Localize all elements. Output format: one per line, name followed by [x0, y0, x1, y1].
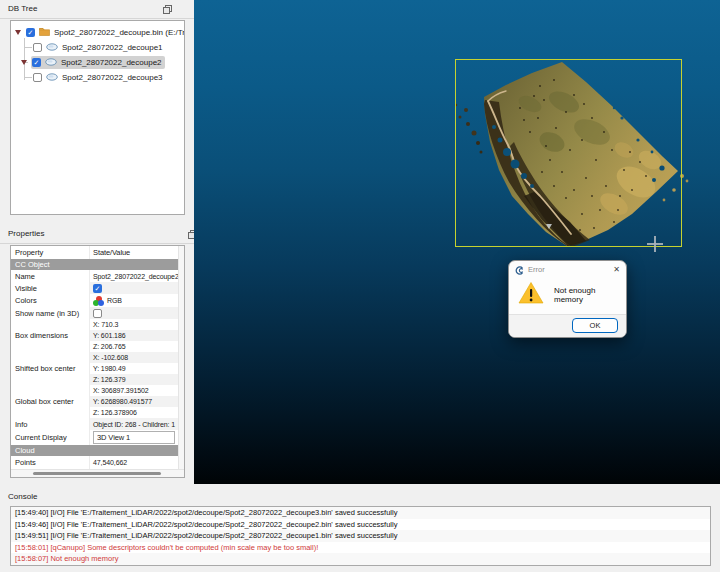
point-cloud-icon: [46, 43, 58, 53]
point-cloud-icon: [46, 73, 58, 83]
error-dialog-footer: OK: [509, 314, 626, 337]
prop-row-info: Info Object ID: 268 - Children: 1: [11, 418, 179, 430]
visibility-checkbox[interactable]: ✓: [32, 58, 41, 67]
cloudcompare-logo-icon: [515, 261, 524, 279]
console-panel-header: Console: [0, 489, 720, 505]
prop-row-box-dimensions: Box dimensions X: 710.3 Y: 601.186 Z: 20…: [11, 319, 179, 352]
db-tree: ✓ Spot2_28072022_decoupe.bin (E:/Trait..…: [10, 20, 185, 215]
show-name-checkbox[interactable]: [93, 309, 102, 318]
tree-row-decoupe1[interactable]: Spot2_28072022_decoupe1: [11, 40, 185, 55]
prop-name-value: Spot2_28072022_decoupe2: [89, 270, 179, 282]
tree-item-label: Spot2_28072022_decoupe.bin (E:/Trait...: [54, 28, 185, 37]
warning-icon: [518, 281, 544, 309]
properties-table: Property State/Value CC Object Name Spot…: [10, 245, 185, 478]
section-cc-object: CC Object: [11, 259, 179, 270]
console-log[interactable]: [15:49:40] [I/O] File 'E:/Traitement_LiD…: [10, 506, 711, 566]
section-cloud: Cloud: [11, 445, 179, 456]
expand-arrow-icon[interactable]: [15, 30, 21, 35]
prop-colors-value: RGB: [107, 297, 122, 304]
expand-arrow-icon[interactable]: [21, 60, 27, 65]
visibility-checkbox[interactable]: [33, 73, 42, 82]
error-dialog: Error ✕ Not enough memory OK: [508, 260, 627, 338]
prop-row-visible: Visible ✓: [11, 282, 179, 294]
ok-button[interactable]: OK: [572, 318, 618, 333]
tree-item-label: Spot2_28072022_decoupe2: [61, 58, 162, 67]
point-cloud-icon: [45, 58, 57, 68]
error-dialog-title: Error: [528, 265, 613, 274]
properties-title: Properties: [8, 229, 44, 238]
properties-horizontal-scrollbar[interactable]: [11, 469, 184, 477]
tree-row-decoupe-bin[interactable]: ✓ Spot2_28072022_decoupe.bin (E:/Trait..…: [11, 25, 185, 40]
console-line: [15:58:07] Not enough memory: [11, 553, 710, 565]
visible-checkbox[interactable]: ✓: [93, 284, 102, 293]
prop-row-name: Name Spot2_28072022_decoupe2: [11, 270, 179, 282]
tree-row-decoupe2[interactable]: ✓ Spot2_28072022_decoupe2: [11, 55, 185, 70]
error-message: Not enough memory: [554, 286, 618, 304]
console-line: [15:49:46] [I/O] File 'E:/Traitement_LiD…: [11, 519, 710, 531]
prop-row-current-display: Current Display 3D View 1: [11, 430, 179, 445]
console-title: Console: [8, 492, 37, 501]
close-icon[interactable]: ✕: [613, 261, 620, 278]
crosshair-icon: [654, 236, 656, 252]
properties-column-headers: Property State/Value: [11, 246, 179, 259]
prop-info-value: Object ID: 268 - Children: 1: [89, 418, 179, 430]
col-property: Property: [11, 246, 89, 259]
visibility-checkbox[interactable]: ✓: [26, 28, 35, 37]
prop-row-shifted-box-center: Shifted box center X: -102.608 Y: 1980.4…: [11, 352, 179, 385]
prop-row-show-name: Show name (in 3D): [11, 307, 179, 319]
visibility-checkbox[interactable]: [33, 43, 42, 52]
prop-points-value: 47,540,662: [89, 456, 179, 468]
console-line: [15:49:40] [I/O] File 'E:/Traitement_LiD…: [11, 507, 710, 519]
prop-row-global-box-center: Global box center X: 306897.391502 Y: 62…: [11, 385, 179, 418]
current-display-select[interactable]: 3D View 1: [93, 431, 175, 444]
selection-bounding-box: [455, 59, 682, 247]
folder-icon: [39, 27, 50, 38]
prop-row-points: Points 47,540,662: [11, 456, 179, 468]
tree-row-decoupe3[interactable]: Spot2_28072022_decoupe3: [11, 70, 185, 85]
tree-item-label: Spot2_28072022_decoupe3: [62, 73, 163, 82]
3d-viewport[interactable]: [194, 0, 720, 484]
col-state-value: State/Value: [89, 246, 179, 259]
prop-row-colors: Colors RGB: [11, 294, 179, 307]
properties-vertical-scrollbar[interactable]: [178, 246, 184, 477]
rgb-icon: [93, 296, 104, 306]
db-tree-panel-header: DB Tree: [0, 0, 202, 19]
properties-panel-header: Properties: [0, 225, 202, 244]
console-line: [15:58:01] [qCanupo] Some descriptors co…: [11, 542, 710, 554]
dock-float-icon[interactable]: [163, 5, 171, 13]
error-dialog-titlebar: Error ✕: [509, 261, 626, 278]
tree-item-label: Spot2_28072022_decoupe1: [62, 43, 163, 52]
console-line: [15:49:51] [I/O] File 'E:/Traitement_LiD…: [11, 530, 710, 542]
db-tree-title: DB Tree: [8, 4, 37, 13]
